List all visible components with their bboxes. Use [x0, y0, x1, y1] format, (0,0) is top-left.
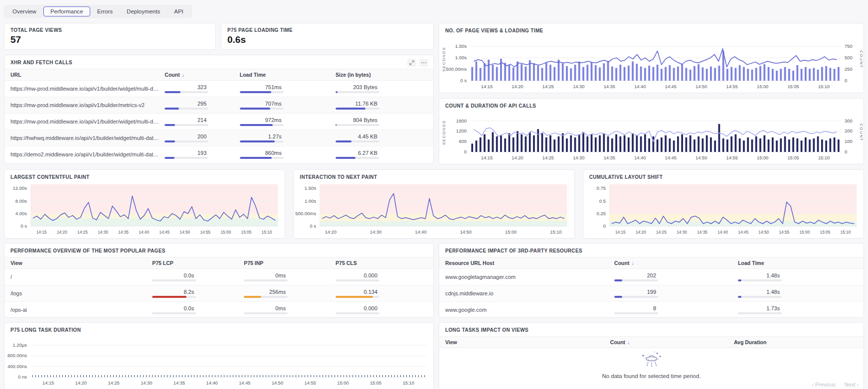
- tab-overview[interactable]: Overview: [5, 6, 43, 16]
- expand-icon[interactable]: [407, 59, 416, 67]
- svg-text:14:15: 14:15: [481, 84, 493, 89]
- svg-text:14:20: 14:20: [512, 84, 523, 89]
- panel-title: XHR AND FETCH CALLS: [4, 55, 433, 67]
- metric-bar: [244, 312, 288, 314]
- kpi-value: 57: [10, 34, 209, 45]
- svg-text:14:40: 14:40: [634, 155, 646, 160]
- svg-text:14:50: 14:50: [272, 381, 283, 386]
- column-header: View: [10, 260, 152, 266]
- svg-text:15:10: 15:10: [818, 155, 830, 160]
- metric-cell: 295: [165, 101, 239, 110]
- svg-text:0.75: 0.75: [596, 185, 606, 191]
- panel-title: INTERACTION TO NEXT PAINT: [294, 170, 574, 181]
- panel-title: LONG TASKS IMPACT ON VIEWS: [439, 323, 864, 334]
- table-row[interactable]: /0.0s0ms0.000: [4, 269, 433, 285]
- table-row[interactable]: /logs8.2s256ms0.134: [4, 285, 433, 302]
- svg-text:14:15: 14:15: [42, 381, 54, 386]
- tab-deployments[interactable]: Deployments: [120, 6, 167, 16]
- svg-text:14:35: 14:35: [697, 230, 707, 235]
- metric-cell: 751ms: [240, 84, 336, 93]
- metric-cell: 202: [614, 272, 738, 281]
- panel-title: LARGEST CONTENTFUL PAINT: [4, 170, 285, 181]
- metric-bar: [614, 279, 658, 281]
- metric-bar: [152, 279, 196, 281]
- popular-pages-panel: PERFORMANCE OVERVIEW OF THE MOST POPULAR…: [4, 243, 434, 318]
- column-header: P75 LCP: [152, 260, 244, 266]
- tab-api[interactable]: API: [167, 6, 190, 16]
- table-row[interactable]: www.google.com81.73s: [439, 302, 864, 318]
- metric-value: 8.2s: [152, 289, 196, 295]
- page-views-loading-time-chart: 1.50s1.00s500.00ms0 s7505002500SECONDSCO…: [439, 35, 864, 91]
- table-row[interactable]: https://demo2.middleware.io/api/v1/build…: [4, 146, 433, 163]
- table-header: ViewCount↓Avg Duration: [439, 336, 864, 348]
- metric-bar: [336, 140, 379, 142]
- svg-text:14:55: 14:55: [779, 230, 789, 235]
- svg-text:14:30: 14:30: [677, 230, 687, 235]
- metric-cell: 203 Bytes: [336, 84, 427, 93]
- column-header[interactable]: Count↓: [610, 339, 734, 345]
- svg-text:0 s: 0 s: [460, 78, 467, 83]
- metric-cell: 323: [165, 84, 239, 93]
- row-label: https://mw-prod.middleware.io/api/v1/bui…: [10, 102, 165, 108]
- metric-bar: [614, 296, 658, 298]
- row-label: https://hwhwq.middleware.io/api/v1/build…: [10, 135, 165, 141]
- svg-text:1.00s: 1.00s: [305, 198, 316, 204]
- svg-text:14:35: 14:35: [604, 84, 615, 89]
- metric-bar: [240, 108, 284, 110]
- svg-text:15:00: 15:00: [799, 230, 810, 235]
- svg-text:100: 100: [845, 138, 853, 144]
- metric-cell: 707ms: [240, 101, 336, 110]
- svg-text:14:50: 14:50: [695, 155, 707, 160]
- cls-chart: 0.750.50.25014:1514:2014:2514:3014:3514:…: [583, 181, 864, 236]
- row-label: https://demo2.middleware.io/api/v1/build…: [10, 151, 165, 157]
- svg-text:14:55: 14:55: [726, 155, 738, 160]
- metric-bar: [336, 124, 379, 126]
- metric-value: 0ms: [244, 305, 288, 311]
- svg-text:14:35: 14:35: [604, 155, 615, 160]
- next-page-button[interactable]: Next ›: [845, 382, 859, 388]
- svg-text:14:15: 14:15: [481, 155, 493, 160]
- svg-text:4.00s: 4.00s: [15, 211, 27, 216]
- metric-cell: 1.48s: [738, 289, 858, 298]
- metric-bar: [738, 296, 782, 298]
- panel-title: P75 LONG TASK DURATION: [4, 323, 433, 334]
- svg-text:500.00ms: 500.00ms: [296, 211, 317, 216]
- table-row[interactable]: /ops-ai0.0s0ms0.000: [4, 302, 433, 318]
- metric-value: 0.000: [336, 272, 379, 278]
- previous-page-button[interactable]: ‹ Previous: [812, 382, 836, 388]
- column-header[interactable]: Count↓: [614, 260, 738, 266]
- metric-cell: 804 Bytes: [336, 117, 427, 126]
- svg-text:15:00: 15:00: [337, 381, 348, 386]
- kpi-title: P75 PAGE LOADING TIME: [227, 27, 427, 33]
- tab-errors[interactable]: Errors: [90, 6, 120, 16]
- sort-desc-icon: ↓: [631, 260, 634, 266]
- table-row[interactable]: cdnjs.middleware.io1991.48s: [439, 285, 864, 302]
- tab-performance[interactable]: Performance: [43, 6, 90, 16]
- svg-text:14:55: 14:55: [305, 381, 316, 386]
- metric-value: 1.73s: [738, 305, 782, 311]
- metric-bar: [738, 279, 782, 281]
- lcp-chart: 12.00s8.00s4.00s0 s14:1514:2014:2514:301…: [4, 181, 285, 236]
- column-header[interactable]: Count↓: [165, 72, 239, 78]
- column-header: Load Time: [240, 72, 336, 78]
- table-row[interactable]: https://mw-prod.middleware.io/api/v1/bui…: [4, 81, 433, 97]
- table-row[interactable]: https://hwhwq.middleware.io/api/v1/build…: [4, 130, 433, 146]
- metric-bar: [165, 108, 208, 110]
- svg-text:14:20: 14:20: [57, 230, 67, 235]
- svg-text:15:10: 15:10: [840, 230, 851, 235]
- row-label: cdnjs.middleware.io: [445, 290, 614, 296]
- table-row[interactable]: https://mw-prod.middleware.io/api/v1/bui…: [4, 114, 433, 130]
- column-header: P75 CLS: [336, 260, 427, 266]
- svg-text:15:00: 15:00: [220, 230, 231, 235]
- metric-cell: 11.76 KB: [336, 101, 427, 110]
- svg-text:14:35: 14:35: [174, 381, 185, 386]
- metric-cell: 1.27s: [240, 133, 336, 142]
- metric-bar: [336, 108, 379, 110]
- panel-title: COUNT & DURATION OF API CALLS: [439, 99, 864, 110]
- column-header: Size (in bytes): [336, 72, 427, 78]
- table-row[interactable]: https://mw-prod.middleware.io/api/v1/bui…: [4, 97, 433, 114]
- svg-text:0.5: 0.5: [599, 198, 605, 204]
- svg-text:14:55: 14:55: [726, 84, 738, 89]
- more-options-icon[interactable]: [419, 59, 428, 67]
- table-row[interactable]: www.googletagmanager.com2021.48s: [439, 269, 864, 285]
